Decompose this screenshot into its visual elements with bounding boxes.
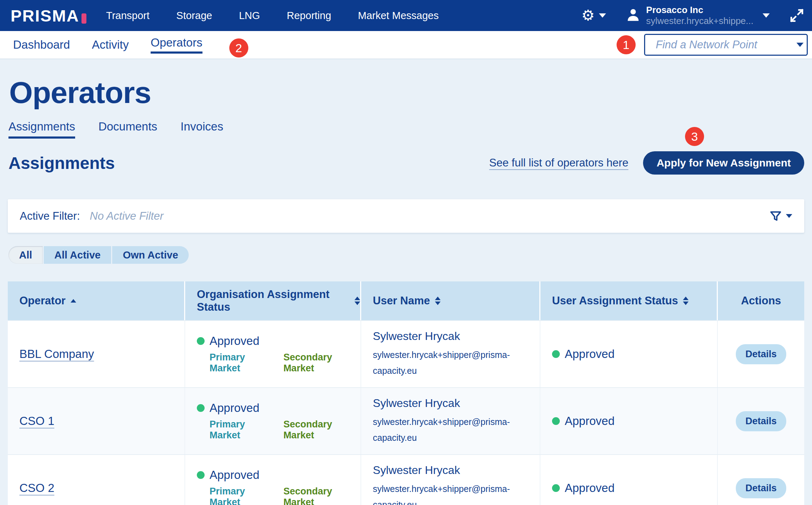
subnav-item-dashboard[interactable]: Dashboard bbox=[13, 38, 70, 51]
assignments-section-header: Assignments See full list of operators h… bbox=[8, 151, 804, 175]
user-email: sylwester.hrycak+shipper@prisma-capacity… bbox=[373, 414, 530, 446]
org-status-text: Approved bbox=[210, 468, 259, 482]
table-row: BBL Company Approved Primary Market Seco… bbox=[8, 320, 804, 387]
active-filter-value: No Active Filter bbox=[90, 210, 164, 223]
table-row: CSO 2 Approved Primary Market Secondary … bbox=[8, 454, 804, 505]
fullscreen-expand-icon[interactable] bbox=[789, 8, 804, 23]
column-header-org-assignment-status[interactable]: Organisation Assignment Status bbox=[185, 281, 361, 320]
secondary-market-label: Secondary Market bbox=[283, 486, 360, 505]
details-button[interactable]: Details bbox=[736, 478, 786, 498]
sort-ascending-icon bbox=[71, 299, 76, 303]
user-menu[interactable]: Prosacco Inc sylwester.hrycak+shippe... bbox=[625, 5, 770, 26]
prisma-logo-dot-icon bbox=[81, 13, 86, 24]
topnav-item-reporting[interactable]: Reporting bbox=[287, 10, 331, 22]
column-header-actions: Actions bbox=[718, 281, 804, 320]
user-full-name: Sylwester Hrycak bbox=[373, 397, 540, 410]
search-input[interactable] bbox=[656, 38, 796, 51]
table-row: CSO 1 Approved Primary Market Secondary … bbox=[8, 387, 804, 454]
section-title: Assignments bbox=[8, 153, 115, 173]
column-header-operator[interactable]: Operator bbox=[8, 281, 185, 320]
search-dropdown-caret-icon[interactable] bbox=[796, 43, 804, 47]
settings-gear-icon[interactable]: ⚙ bbox=[581, 8, 595, 23]
org-status-text: Approved bbox=[210, 334, 259, 348]
status-approved-dot-icon bbox=[197, 404, 205, 412]
tab-invoices[interactable]: Invoices bbox=[181, 120, 223, 139]
toggle-all-active[interactable]: All Active bbox=[44, 246, 111, 264]
primary-market-label: Primary Market bbox=[210, 419, 274, 441]
annotation-badge-2: 2 bbox=[229, 38, 248, 57]
toggle-own-active[interactable]: Own Active bbox=[112, 246, 189, 264]
user-status-text: Approved bbox=[565, 347, 614, 361]
topnav-item-transport[interactable]: Transport bbox=[106, 10, 150, 22]
user-name-cell: Sylwester Hrycak sylwester.hrycak+shippe… bbox=[361, 388, 540, 454]
user-organisation: Prosacco Inc bbox=[646, 5, 753, 16]
filter-menu-toggle[interactable] bbox=[769, 209, 792, 223]
operator-link[interactable]: CSO 2 bbox=[19, 481, 54, 495]
status-approved-dot-icon bbox=[552, 417, 560, 425]
topnav-item-market-messages[interactable]: Market Messages bbox=[358, 10, 439, 22]
status-approved-dot-icon bbox=[552, 484, 560, 492]
prisma-operators-page: PRISMA Transport Storage LNG Reporting M… bbox=[0, 0, 812, 505]
subnav-item-operators[interactable]: Operators bbox=[151, 36, 202, 54]
primary-market-label: Primary Market bbox=[210, 486, 274, 505]
topnav-item-storage[interactable]: Storage bbox=[176, 10, 212, 22]
top-navigation-bar: PRISMA Transport Storage LNG Reporting M… bbox=[0, 0, 812, 31]
prisma-logo[interactable]: PRISMA bbox=[11, 7, 86, 24]
prisma-logo-text: PRISMA bbox=[11, 7, 79, 24]
top-nav-menu: Transport Storage LNG Reporting Market M… bbox=[106, 10, 439, 22]
user-status-text: Approved bbox=[565, 481, 614, 495]
org-assignment-status-cell: Approved Primary Market Secondary Market bbox=[185, 388, 361, 454]
user-identity: Prosacco Inc sylwester.hrycak+shippe... bbox=[646, 5, 753, 26]
page-title: Operators bbox=[9, 75, 804, 110]
user-email: sylwester.hrycak+shipper@prisma-capacity… bbox=[373, 481, 530, 505]
user-full-name: Sylwester Hrycak bbox=[373, 464, 540, 477]
status-approved-dot-icon bbox=[552, 350, 560, 358]
sort-both-icon bbox=[683, 297, 689, 305]
filter-caret-icon bbox=[786, 214, 792, 218]
status-approved-dot-icon bbox=[197, 471, 205, 479]
topbar-right-cluster: ⚙ Prosacco Inc sylwester.hrycak+shippe..… bbox=[581, 5, 804, 26]
details-button[interactable]: Details bbox=[736, 344, 786, 364]
primary-market-label: Primary Market bbox=[210, 352, 274, 374]
table-header-row: Operator Organisation Assignment Status … bbox=[8, 281, 804, 320]
secondary-market-label: Secondary Market bbox=[283, 419, 360, 441]
user-name-cell: Sylwester Hrycak sylwester.hrycak+shippe… bbox=[361, 455, 540, 505]
settings-caret-icon[interactable] bbox=[599, 13, 606, 18]
column-header-user-assignment-status[interactable]: User Assignment Status bbox=[540, 281, 718, 320]
column-header-user-name[interactable]: User Name bbox=[361, 281, 540, 320]
user-status-text: Approved bbox=[565, 414, 614, 428]
topnav-item-lng[interactable]: LNG bbox=[239, 10, 260, 22]
full-operator-list-link[interactable]: See full list of operators here bbox=[489, 157, 629, 169]
active-filter-bar: Active Filter: No Active Filter bbox=[8, 199, 804, 233]
user-full-name: Sylwester Hrycak bbox=[373, 330, 540, 343]
user-email-truncated: sylwester.hrycak+shippe... bbox=[646, 16, 753, 26]
subnav-menu: Dashboard Activity Operators 2 bbox=[13, 35, 248, 54]
org-assignment-status-cell: Approved Primary Market Secondary Market bbox=[185, 321, 361, 387]
status-approved-dot-icon bbox=[197, 337, 205, 345]
user-assignment-status-cell: Approved bbox=[540, 321, 718, 387]
subnav-item-activity[interactable]: Activity bbox=[92, 38, 129, 51]
annotation-badge-1: 1 bbox=[617, 35, 636, 54]
assignments-view-toggle: All All Active Own Active bbox=[8, 246, 189, 264]
assignments-table: Operator Organisation Assignment Status … bbox=[8, 281, 804, 505]
user-menu-caret-icon bbox=[763, 13, 770, 18]
active-filter-label: Active Filter: bbox=[20, 210, 80, 223]
operator-link[interactable]: BBL Company bbox=[19, 347, 94, 361]
user-email: sylwester.hrycak+shipper@prisma-capacity… bbox=[373, 347, 530, 379]
toggle-all[interactable]: All bbox=[8, 246, 43, 264]
details-button[interactable]: Details bbox=[736, 411, 786, 431]
secondary-navigation-bar: Dashboard Activity Operators 2 1 bbox=[0, 31, 812, 59]
tab-assignments[interactable]: Assignments bbox=[8, 120, 75, 139]
user-assignment-status-cell: Approved bbox=[540, 455, 718, 505]
sort-both-icon bbox=[355, 297, 360, 305]
subnav-right-cluster: 1 bbox=[617, 34, 808, 56]
annotation-badge-3: 3 bbox=[685, 127, 704, 146]
apply-new-assignment-button[interactable]: Apply for New Assignment bbox=[643, 151, 804, 175]
sort-both-icon bbox=[435, 297, 441, 305]
tab-documents[interactable]: Documents bbox=[98, 120, 157, 139]
filter-funnel-icon bbox=[769, 209, 782, 223]
operator-link[interactable]: CSO 1 bbox=[19, 414, 54, 428]
main-content: Operators Assignments Documents Invoices… bbox=[0, 59, 812, 505]
org-status-text: Approved bbox=[210, 401, 259, 415]
network-point-search[interactable] bbox=[644, 34, 808, 56]
